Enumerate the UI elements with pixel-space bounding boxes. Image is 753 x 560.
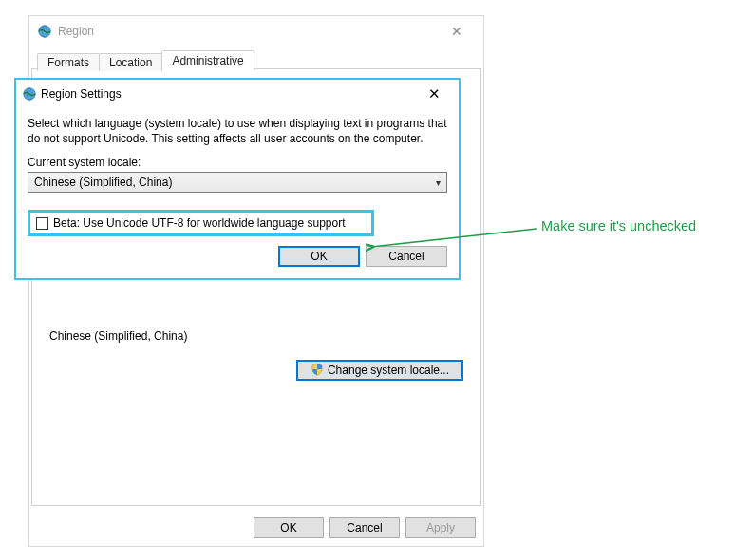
settings-description: Select which language (system locale) to…: [28, 116, 447, 146]
locale-select[interactable]: Chinese (Simplified, China) ▾: [28, 172, 447, 193]
change-system-locale-button[interactable]: Change system locale...: [296, 360, 463, 381]
settings-dialog-buttons: OK Cancel: [28, 246, 447, 267]
tab-formats[interactable]: Formats: [37, 53, 100, 71]
region-settings-dialog: Region Settings ✕ Select which language …: [14, 78, 461, 280]
settings-cancel-button[interactable]: Cancel: [366, 246, 447, 267]
region-ok-button[interactable]: OK: [254, 517, 324, 538]
annotation-text: Make sure it's unchecked: [541, 218, 696, 233]
region-dialog-buttons: OK Cancel Apply: [254, 517, 476, 538]
beta-utf8-checkbox[interactable]: [36, 217, 48, 230]
globe-icon: [22, 86, 37, 102]
settings-titlebar: Region Settings ✕: [16, 80, 459, 108]
locale-label: Current system locale:: [28, 156, 447, 169]
beta-utf8-highlight: Beta: Use Unicode UTF-8 for worldwide la…: [28, 210, 374, 236]
region-cancel-button[interactable]: Cancel: [329, 517, 400, 538]
beta-utf8-checkbox-label: Beta: Use Unicode UTF-8 for worldwide la…: [53, 216, 346, 230]
region-window-title: Region: [58, 25, 438, 38]
tab-location[interactable]: Location: [99, 53, 162, 71]
region-apply-button[interactable]: Apply: [405, 517, 476, 538]
locale-select-value: Chinese (Simplified, China): [34, 176, 172, 189]
close-icon[interactable]: ✕: [415, 85, 453, 103]
close-icon[interactable]: ✕: [438, 24, 476, 39]
tab-bar: Formats Location Administrative: [29, 47, 483, 69]
settings-dialog-title: Region Settings: [41, 87, 415, 101]
change-system-locale-label: Change system locale...: [328, 364, 449, 377]
region-titlebar: Region ✕: [29, 16, 483, 47]
current-locale-display: Chinese (Simplified, China): [49, 329, 463, 343]
settings-ok-button[interactable]: OK: [278, 246, 360, 267]
chevron-down-icon: ▾: [436, 177, 441, 188]
settings-body: Select which language (system locale) to…: [16, 108, 459, 278]
globe-icon: [37, 24, 52, 39]
tab-administrative[interactable]: Administrative: [161, 50, 254, 70]
shield-icon: [311, 363, 324, 379]
